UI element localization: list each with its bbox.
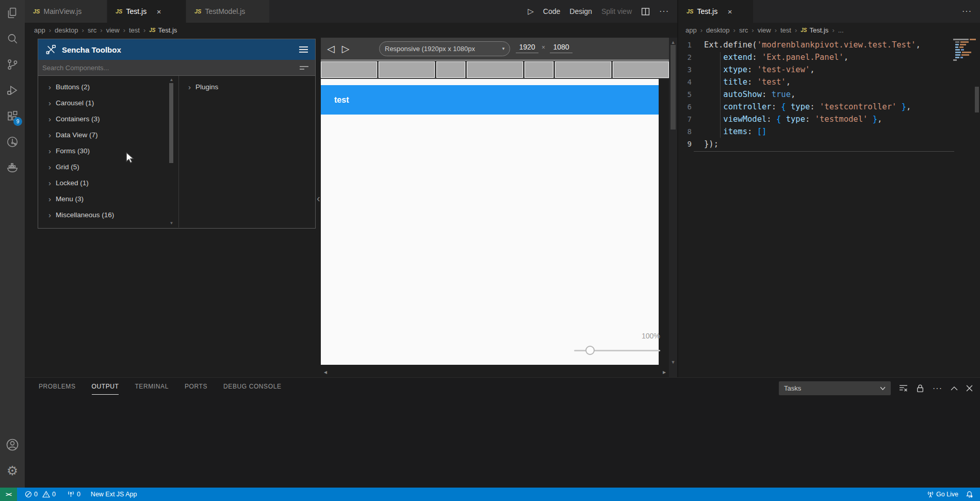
breadcrumb-item[interactable]: app [34,26,45,34]
height-input[interactable]: 1080 [550,43,573,53]
breadcrumb-separator: › [49,26,51,34]
scrollbar-thumb[interactable] [169,83,173,163]
back-icon[interactable]: ◁ [327,43,335,55]
breadcrumb-item[interactable]: test [129,26,140,34]
scroll-up-icon[interactable]: ▲ [669,40,677,45]
output-channel-select[interactable]: Tasks [779,381,891,395]
tab-mainview[interactable]: JS MainView.js [25,0,107,23]
problems-status[interactable]: 0 0 [21,488,59,501]
panel-resize-handle[interactable]: ‹ [317,192,320,204]
warning-icon [42,491,50,498]
category-miscellaneous[interactable]: ›Miscellaneous (16) [38,207,167,223]
preview-vertical-scrollbar[interactable]: ▲ ▼ [669,38,677,377]
breadcrumb-item[interactable]: desktop [55,26,78,34]
clear-output-icon[interactable] [899,384,908,392]
breadcrumb-item[interactable]: src [739,26,748,34]
tab-ports[interactable]: PORTS [185,383,207,395]
code-line: 9}); [678,138,980,150]
notifications-bell-icon[interactable] [962,488,977,501]
split-view-button[interactable]: Split view [601,7,632,15]
breadcrumb-file[interactable]: Test.js [158,26,177,34]
js-file-icon: JS [149,27,155,33]
width-input[interactable]: 1920 [516,43,538,53]
circle-branch-icon[interactable] [0,129,25,155]
test-panel-header[interactable]: test [321,85,659,115]
filter-icon[interactable] [300,66,311,70]
search-icon[interactable] [0,26,25,52]
breadcrumb-item[interactable]: app [685,26,697,34]
tab-debug-console[interactable]: DEBUG CONSOLE [223,383,282,395]
run-debug-icon[interactable] [0,77,25,103]
ruler-segment [436,61,465,78]
close-panel-icon[interactable] [966,385,973,392]
category-carousel[interactable]: ›Carousel (1) [38,95,167,111]
run-preview-icon[interactable]: ▷ [528,7,534,16]
search-components-input[interactable] [42,64,300,72]
code-view-button[interactable]: Code [543,7,560,15]
scroll-down-icon[interactable]: ▼ [168,221,175,225]
breadcrumb-item[interactable]: view [758,26,771,34]
maximize-panel-icon[interactable] [951,386,958,391]
code-editor-pane[interactable]: 1Ext.define('modrenblankpivot.view.test.… [678,38,980,377]
breadcrumb-item[interactable]: desktop [706,26,730,34]
close-icon[interactable]: × [725,6,735,17]
tab-test[interactable]: JS Test.js × [107,0,186,23]
breadcrumb-item[interactable]: src [88,26,96,34]
category-data-view[interactable]: ›Data View (7) [38,127,167,143]
category-plugins[interactable]: ›Plugins [188,79,218,95]
category-menu[interactable]: ›Menu (3) [38,191,167,207]
scroll-down-icon[interactable]: ▼ [669,360,677,365]
remote-indicator[interactable]: >< [0,488,17,501]
forward-icon[interactable]: ▷ [342,43,350,55]
slider-knob[interactable] [585,346,595,355]
tab-problems[interactable]: PROBLEMS [39,383,76,395]
more-actions-icon[interactable]: ··· [962,7,972,16]
settings-gear-icon[interactable]: ⚙ [0,458,25,483]
scroll-left-icon[interactable]: ◂ [324,368,327,376]
minimap[interactable] [953,39,977,95]
app-name-status[interactable]: New Ext JS App [87,488,141,501]
close-icon[interactable]: × [154,6,164,17]
preview-toolbar: ◁ ▷ Responsive (1920px x 1080px ▼ 1920 ×… [321,38,669,60]
more-actions-icon[interactable]: ··· [933,384,942,393]
design-view-button[interactable]: Design [569,7,592,15]
tab-output[interactable]: OUTPUT [92,383,119,395]
forwarded-ports-count: 0 [77,491,80,498]
breadcrumb-more[interactable]: ... [838,26,844,34]
category-containers[interactable]: ›Containers (3) [38,111,167,127]
tab-testmodel[interactable]: JS TestModel.js [186,0,270,23]
split-editor-icon[interactable] [641,7,650,16]
zoom-slider[interactable] [574,346,660,355]
breadcrumb-item[interactable]: test [780,26,791,34]
breadcrumb-item[interactable]: view [106,26,120,34]
explorer-icon[interactable] [0,0,25,26]
preview-horizontal-scrollbar[interactable]: ◂ ▸ [321,367,669,377]
device-select[interactable]: Responsive (1920px x 1080px ▼ [379,41,510,56]
scrollbar-thumb[interactable] [671,45,676,130]
scrollbar-thumb[interactable] [975,87,979,112]
app-name-label: New Ext JS App [91,491,137,498]
category-label: Locked (1) [56,179,89,187]
extensions-icon[interactable]: 9 [0,103,25,129]
category-buttons[interactable]: ›Buttons (2) [38,79,167,95]
source-control-icon[interactable] [0,52,25,77]
tab-test-right[interactable]: JS Test.js × [678,0,754,23]
more-actions-icon[interactable]: ··· [659,7,669,16]
extensions-badge: 9 [13,117,22,126]
category-grid[interactable]: ›Grid (5) [38,159,167,175]
design-canvas[interactable]: test 100% [321,79,659,365]
component-category-list: ›Buttons (2) ›Carousel (1) ›Containers (… [38,79,167,223]
go-live-button[interactable]: Go Live [923,488,962,501]
scroll-up-icon[interactable]: ▲ [168,78,175,82]
breadcrumb-file[interactable]: Test.js [810,26,829,34]
category-forms[interactable]: ›Forms (30) [38,143,167,159]
scroll-right-icon[interactable]: ▸ [663,368,666,376]
lock-icon[interactable] [916,384,924,393]
docker-icon[interactable] [0,155,25,181]
account-icon[interactable] [0,432,25,458]
tab-terminal[interactable]: TERMINAL [135,383,168,395]
menu-icon[interactable] [299,46,308,53]
toolbox-scrollbar[interactable]: ▲ ▼ [168,78,175,225]
category-locked[interactable]: ›Locked (1) [38,175,167,191]
ports-status[interactable]: 0 [63,488,84,501]
